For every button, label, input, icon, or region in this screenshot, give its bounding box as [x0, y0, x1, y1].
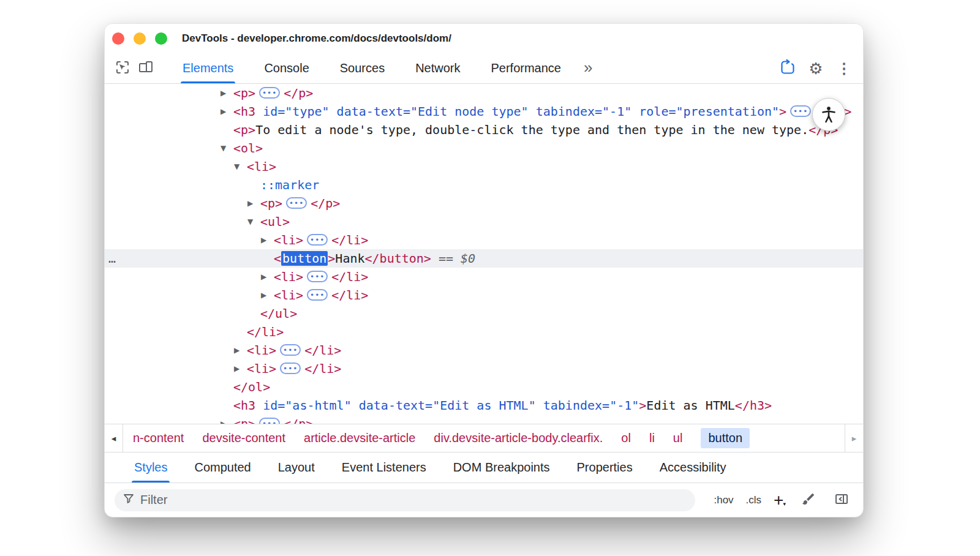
tree-row[interactable]: ▶<li>•••</li>: [105, 231, 863, 249]
three-dot-menu-icon: ⋮: [837, 60, 851, 77]
breadcrumb-item-devsite-content[interactable]: devsite-content: [202, 431, 285, 445]
code-token-text: Edit as HTML: [646, 398, 735, 413]
breadcrumb-item-n-content[interactable]: n-content: [133, 431, 184, 445]
dom-tree: ▶<p>•••</p>▶<h3 id="type" data-text="Edi…: [105, 84, 863, 424]
tree-row[interactable]: </li>: [105, 323, 863, 341]
tree-row[interactable]: <p>To edit a node's type, double-click t…: [105, 121, 863, 139]
code-token-tag: >: [639, 398, 646, 413]
tab-console[interactable]: Console: [249, 53, 324, 83]
row-overflow-dots-icon[interactable]: …: [108, 249, 116, 268]
disclosure-down-icon[interactable]: ▼: [221, 139, 226, 157]
disclosure-right-icon[interactable]: ▶: [261, 268, 266, 286]
disclosure-right-icon[interactable]: ▶: [221, 415, 226, 424]
ellipsis-icon: •••: [283, 365, 298, 372]
tree-row[interactable]: ▶<li>•••</li>: [105, 341, 863, 359]
tree-row[interactable]: </ol>: [105, 378, 863, 396]
window-titlebar[interactable]: DevTools - developer.chrome.com/docs/dev…: [105, 24, 863, 53]
selected-node-tag-name: button: [281, 251, 328, 266]
code-token-attr: tabindex=: [529, 104, 602, 119]
devtools-menu-button[interactable]: ⋮: [834, 58, 854, 79]
disclosure-right-icon[interactable]: ▶: [221, 102, 226, 121]
tab-performance[interactable]: Performance: [476, 53, 577, 83]
breadcrumb-scroll-right-button[interactable]: ▸: [845, 424, 863, 452]
breadcrumb-item-button[interactable]: button: [701, 428, 750, 448]
tree-row[interactable]: <h3 id="as-html" data-text="Edit as HTML…: [105, 396, 863, 415]
settings-button[interactable]: ⚙: [805, 58, 826, 79]
expand-children-button[interactable]: •••: [259, 87, 280, 99]
sidebar-tab-computed[interactable]: Computed: [181, 453, 264, 483]
breadcrumb-item-article-devsite-article[interactable]: article.devsite-article: [304, 431, 415, 445]
disclosure-right-icon[interactable]: ▶: [234, 359, 239, 378]
expand-children-button[interactable]: •••: [307, 234, 328, 246]
tree-row[interactable]: ▼<ol>: [105, 139, 863, 157]
tree-row[interactable]: …<button>Hank</button> == $0: [105, 249, 863, 268]
expand-children-button[interactable]: •••: [280, 344, 301, 356]
sidebar-tab-properties[interactable]: Properties: [564, 453, 646, 483]
more-tabs-button[interactable]: »: [576, 53, 600, 83]
code-token-str: "as-html": [285, 398, 351, 413]
expand-children-button[interactable]: •••: [280, 363, 301, 374]
disclosure-right-icon[interactable]: ▶: [247, 194, 253, 212]
expand-children-button[interactable]: •••: [286, 197, 307, 209]
code-token-str: "Edit as HTML": [432, 398, 536, 413]
tree-row[interactable]: ::marker: [105, 176, 863, 194]
expand-children-button[interactable]: •••: [307, 289, 328, 301]
sidebar-tab-event-listeners[interactable]: Event Listeners: [328, 453, 440, 483]
expand-children-button[interactable]: •••: [790, 105, 811, 117]
tree-row[interactable]: ▶<p>•••</p>: [105, 194, 863, 212]
tree-row[interactable]: </ul>: [105, 304, 863, 323]
plus-icon: +: [774, 492, 783, 508]
disclosure-right-icon[interactable]: ▶: [261, 286, 266, 304]
tree-row[interactable]: ▶<li>•••</li>: [105, 286, 863, 304]
code-token-tag: <ol>: [233, 141, 263, 156]
minimize-window-button[interactable]: [134, 32, 146, 45]
code-token-tag: </p>: [284, 86, 313, 100]
sidebar-tab-dom-breakpoints[interactable]: DOM Breakpoints: [440, 453, 564, 483]
ellipsis-icon: •••: [310, 273, 325, 280]
toolbar-extension-button[interactable]: [777, 58, 798, 79]
code-token-tag: </h3>: [735, 398, 772, 413]
breadcrumb-item-div-devsite-article-body-clearfix[interactable]: div.devsite-article-body.clearfix.: [434, 431, 603, 445]
new-style-rule-button[interactable]: + ▾: [774, 492, 786, 508]
inspect-element-button[interactable]: [111, 53, 134, 83]
expand-children-button[interactable]: •••: [259, 418, 280, 424]
breadcrumb-item-li[interactable]: li: [649, 431, 655, 445]
close-window-button[interactable]: [112, 32, 124, 45]
code-token-tag: <li>: [247, 159, 276, 174]
sidebar-tab-layout[interactable]: Layout: [265, 453, 328, 483]
tab-sources[interactable]: Sources: [325, 53, 400, 83]
breadcrumb-item-ol[interactable]: ol: [621, 431, 631, 445]
code-token-str: "Edit node type": [410, 104, 529, 119]
tree-row[interactable]: ▶<h3 id="type" data-text="Edit node type…: [105, 102, 863, 121]
disclosure-right-icon[interactable]: ▶: [234, 341, 239, 359]
tree-row[interactable]: ▶<li>•••</li>: [105, 268, 863, 286]
ellipsis-icon: •••: [310, 236, 325, 244]
disclosure-right-icon[interactable]: ▶: [261, 231, 266, 249]
tree-row[interactable]: ▼<ul>: [105, 212, 863, 231]
code-token-tag: </li>: [331, 288, 368, 302]
sidebar-tab-accessibility[interactable]: Accessibility: [646, 453, 740, 483]
expand-children-button[interactable]: •••: [307, 271, 328, 282]
disclosure-right-icon[interactable]: ▶: [221, 84, 226, 102]
disclosure-down-icon[interactable]: ▼: [234, 157, 239, 176]
disclosure-down-icon[interactable]: ▼: [247, 212, 253, 231]
styles-filter-input[interactable]: Filter: [115, 489, 695, 511]
element-classes-button[interactable]: .cls: [746, 494, 762, 506]
breadcrumb-scroll-left-button[interactable]: ◂: [105, 424, 123, 452]
sidebar-tab-styles[interactable]: Styles: [121, 453, 181, 483]
breadcrumb-item-ul[interactable]: ul: [673, 431, 683, 445]
filter-icon: [123, 493, 134, 507]
tree-row[interactable]: ▶<li>•••</li>: [105, 359, 863, 378]
code-token-attr: role=: [631, 104, 676, 119]
tree-row[interactable]: ▼<li>: [105, 157, 863, 176]
toggle-sidebar-button[interactable]: [831, 490, 852, 511]
tab-elements[interactable]: Elements: [167, 53, 249, 83]
tree-row[interactable]: ▶<p>•••</p>: [105, 415, 863, 424]
tab-network[interactable]: Network: [400, 53, 475, 83]
rendering-emulation-button[interactable]: [798, 490, 819, 511]
maximize-window-button[interactable]: [155, 32, 167, 45]
device-toolbar-button[interactable]: [134, 53, 157, 83]
code-token-tag: >: [328, 251, 335, 266]
tree-row[interactable]: ▶<p>•••</p>: [105, 84, 863, 102]
toggle-element-state-button[interactable]: :hov: [714, 494, 733, 506]
